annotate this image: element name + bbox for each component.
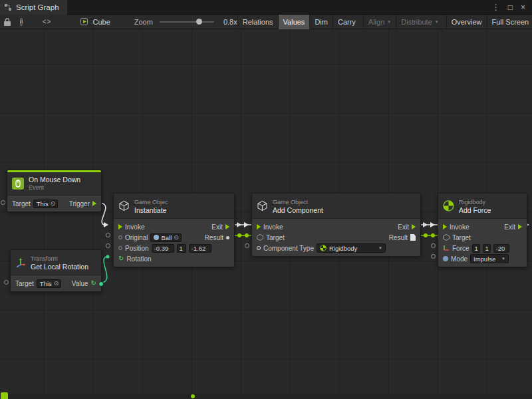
maximize-icon[interactable]: □ [508,3,513,12]
rigidbody-icon [443,200,454,211]
position-port-icon[interactable] [118,246,122,250]
force-x-field[interactable]: 1 [472,244,480,253]
port-label-component-type: Component Type [263,245,314,252]
node-on-mouse-down[interactable]: On Mouse Down Event Target This ⊙ Trigge… [7,170,102,212]
vector-axes-icon [443,245,450,251]
node-get-local-rotation[interactable]: Transform Get Local Rotation Target This… [10,249,102,292]
exit-output-port[interactable] [225,224,229,229]
node-add-force[interactable]: Rigidbody Add Force Invoke Exit Target [438,193,527,267]
value-port[interactable] [431,243,436,248]
invoke-input-port[interactable] [118,224,122,229]
code-view-icon[interactable]: <> [43,18,52,25]
object-picker-icon[interactable]: ⊙ [51,200,56,207]
result-output-port[interactable] [226,236,229,239]
info-icon[interactable]: i [20,18,23,26]
original-port-icon[interactable] [118,235,122,239]
node-title: On Mouse Down [29,176,80,184]
close-icon[interactable]: × [521,3,525,12]
target-object-chip[interactable]: This ⊙ [33,200,59,208]
mouse-event-icon [12,178,24,190]
gameobject-cube-icon [118,200,130,211]
overview-button[interactable]: Overview [446,15,487,29]
object-picker-icon[interactable]: ⊙ [174,234,179,241]
value-port[interactable] [245,243,249,248]
port-label-invoke: Invoke [263,223,283,231]
original-object-chip[interactable]: Ball ⊙ [150,233,181,242]
exit-output-port[interactable] [412,224,416,229]
gameobject-cube-icon [257,200,268,211]
rotation-port-icon[interactable]: ↻ [118,255,124,262]
node-add-component[interactable]: Game Object Add Component Invoke Exit Ta… [251,193,421,257]
toolbar-buttons: Relations Values Dim Carry Align▼ Distri… [237,15,532,29]
node-header: Game Object Add Component [252,194,420,219]
port-label-trigger: Trigger [69,200,90,207]
port-label-position: Position [125,245,149,252]
force-mode-dropdown[interactable]: Impulse ▼ [470,254,509,263]
component-type-port-icon[interactable] [257,246,261,250]
port-label-value: Value [72,280,88,287]
node-title: Add Force [459,206,491,214]
relations-button[interactable]: Relations [237,15,278,29]
value-port[interactable] [431,254,436,259]
force-z-field[interactable]: -20 [493,244,509,253]
port-label-exit: Exit [504,223,515,231]
trigger-output-port[interactable] [92,201,96,206]
port-label-exit: Exit [398,223,409,231]
script-graph-icon [4,3,12,11]
exit-output-port[interactable] [518,224,522,229]
target-gameobject-icon [257,234,263,241]
node-header: Game Objec Instantiate [114,194,234,219]
window-controls: ⋮ □ × [492,3,532,12]
graph-breadcrumb: Cube [80,17,110,26]
partial-port-dot [191,394,195,398]
transform-icon [15,257,26,268]
value-port[interactable] [106,233,110,237]
chevron-down-icon: ▼ [387,20,391,24]
zoom-slider-handle[interactable] [196,19,202,25]
force-y-field[interactable]: 1 [483,244,491,253]
port-label-target: Target [15,280,34,287]
port-label-target: Target [266,234,285,241]
script-graph-window: Script Graph ⋮ □ × i <> Cube Zoom 0.8x [0,0,532,399]
graph-canvas[interactable]: On Mouse Down Event Target This ⊙ Trigge… [0,29,532,399]
port-label-target: Target [452,234,471,241]
port-label-result: Result [205,234,223,241]
port-label-target: Target [12,200,31,207]
carry-button[interactable]: Carry [332,15,360,29]
invoke-input-port[interactable] [443,224,447,229]
zoom-slider[interactable] [160,21,214,23]
fullscreen-button[interactable]: Full Screen [487,15,532,29]
result-component-icon[interactable] [410,234,416,241]
lock-icon[interactable] [4,18,11,26]
distribute-button[interactable]: Distribute▼ [396,15,443,29]
object-picker-icon[interactable]: ⊙ [54,280,59,287]
node-title: Get Local Rotation [31,263,88,271]
position-z-field[interactable]: -1.62 [189,244,211,253]
zoom-label: Zoom [134,18,153,26]
values-button[interactable]: Values [278,15,310,29]
value-port[interactable] [1,200,5,205]
zoom-value: 0.8x [223,18,237,26]
port-label-invoke: Invoke [450,223,469,231]
partial-node-bottom [0,394,532,399]
node-instantiate[interactable]: Game Objec Instantiate Invoke Exit Origi… [113,193,235,267]
node-category: Rigidbody [459,198,491,206]
dim-button[interactable]: Dim [309,15,332,29]
position-y-field[interactable]: 1 [177,244,186,253]
rotation-type-icon: ↻ [91,280,96,287]
align-button[interactable]: Align▼ [363,15,396,29]
target-gameobject-icon [443,234,450,241]
node-category: Game Objec [134,198,168,206]
chevron-down-icon: ▼ [435,20,439,24]
graph-name: Cube [92,18,110,26]
component-type-dropdown[interactable]: Rigidbody ▼ [317,243,386,253]
value-port[interactable] [106,243,110,248]
value-port[interactable] [4,280,9,285]
value-output-port[interactable] [98,281,104,287]
force-mode-icon [443,256,448,261]
target-object-chip[interactable]: This ⊙ [37,279,62,288]
kebab-menu-icon[interactable]: ⋮ [492,3,500,12]
invoke-input-port[interactable] [257,224,261,229]
tab-script-graph[interactable]: Script Graph [0,0,67,15]
position-x-field[interactable]: -0.39 [152,244,174,253]
